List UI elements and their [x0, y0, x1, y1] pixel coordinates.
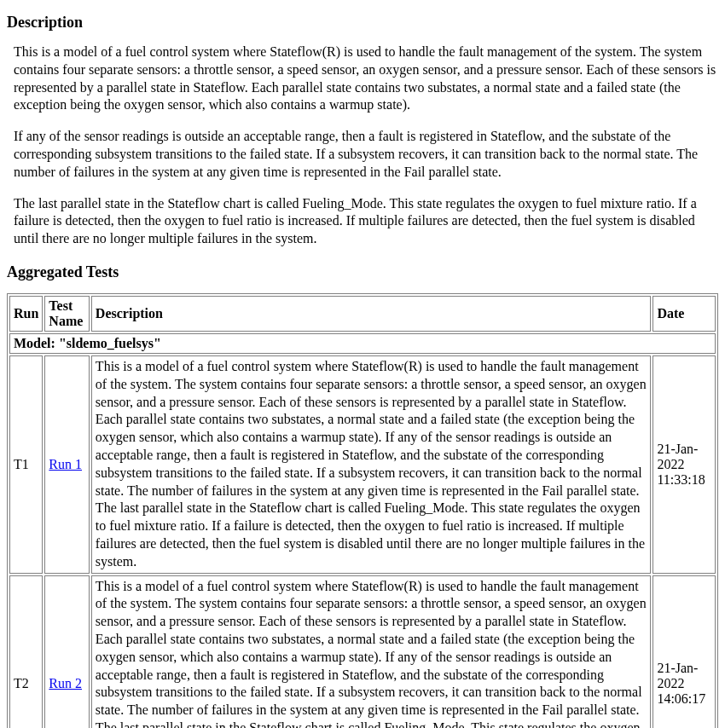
model-cell: Model: "sldemo_fuelsys" [9, 333, 716, 354]
cell-description: This is a model of a fuel control system… [91, 355, 652, 574]
aggregated-tests-table: Run Test Name Description Date Model: "s… [7, 293, 718, 728]
table-header-row: Run Test Name Description Date [9, 296, 716, 332]
col-header-date: Date [652, 296, 716, 332]
description-paragraph: The last parallel state in the Stateflow… [14, 195, 718, 248]
run-link[interactable]: Run 1 [49, 457, 82, 471]
run-link[interactable]: Run 2 [49, 676, 82, 690]
description-paragraph: If any of the sensor readings is outside… [14, 128, 718, 181]
col-header-run: Run [9, 296, 43, 332]
cell-run: T1 [9, 355, 43, 574]
model-row: Model: "sldemo_fuelsys" [9, 333, 716, 354]
cell-run: T2 [9, 575, 43, 728]
cell-description: This is a model of a fuel control system… [91, 575, 652, 728]
col-header-description: Description [91, 296, 652, 332]
table-row: T2 Run 2 This is a model of a fuel contr… [9, 575, 716, 728]
cell-date: 21-Jan-2022 14:06:17 [652, 575, 716, 728]
table-row: T1 Run 1 This is a model of a fuel contr… [9, 355, 716, 574]
cell-test-name: Run 1 [44, 355, 90, 574]
aggregated-tests-heading: Aggregated Tests [7, 263, 718, 281]
cell-test-name: Run 2 [44, 575, 90, 728]
description-heading: Description [7, 14, 718, 32]
col-header-test-name: Test Name [44, 296, 90, 332]
cell-date: 21-Jan-2022 11:33:18 [652, 355, 716, 574]
description-paragraph: This is a model of a fuel control system… [14, 43, 718, 114]
